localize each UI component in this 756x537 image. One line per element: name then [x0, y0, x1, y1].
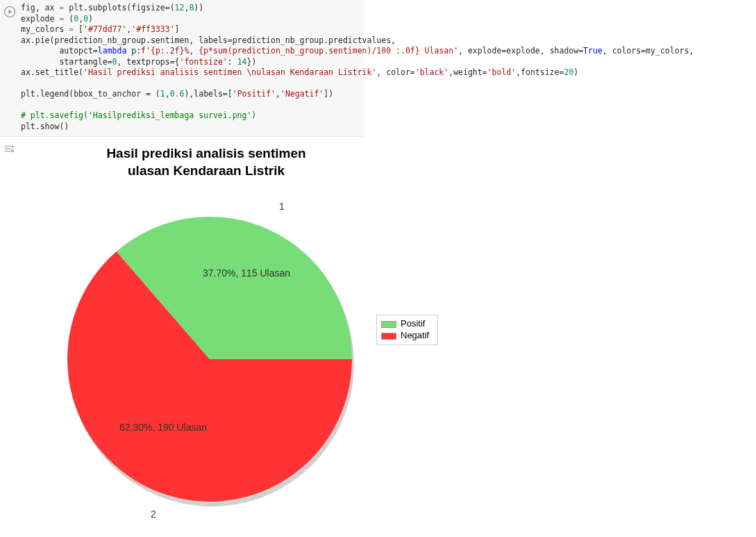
slice-autopct-positif: 37.70%, 115 Ulasan: [203, 267, 290, 279]
legend-label-positif: Positif: [401, 318, 425, 330]
legend-swatch-positif: [381, 321, 396, 328]
code-cell: fig, ax = plt.subplots(figsize=(12,8)) e…: [0, 0, 364, 137]
pie-svg: [43, 192, 376, 526]
chart-title: Hasil prediksi analisis sentimen ulasan …: [57, 145, 355, 179]
wedge-label-1: 1: [279, 201, 285, 212]
legend-swatch-negatif: [381, 333, 396, 340]
code-editor[interactable]: fig, ax = plt.subplots(figsize=(12,8)) e…: [21, 3, 694, 132]
legend-label-negatif: Negatif: [401, 330, 429, 342]
svg-marker-1: [9, 10, 12, 14]
svg-point-2: [12, 150, 14, 152]
slice-autopct-negatif: 62.30%, 190 Ulasan: [119, 422, 207, 433]
chart-legend: Positif Negatif: [376, 315, 438, 345]
legend-item-negatif: Negatif: [381, 330, 429, 342]
legend-item-positif: Positif: [381, 318, 429, 330]
wedge-label-2: 2: [151, 509, 156, 520]
pie-chart: Hasil prediksi analisis sentimen ulasan …: [22, 137, 508, 533]
output-toolbar: [3, 137, 22, 158]
output-area: Hasil prediksi analisis sentimen ulasan …: [0, 137, 756, 533]
run-cell-button[interactable]: [3, 5, 17, 19]
output-settings-icon[interactable]: [3, 145, 15, 157]
